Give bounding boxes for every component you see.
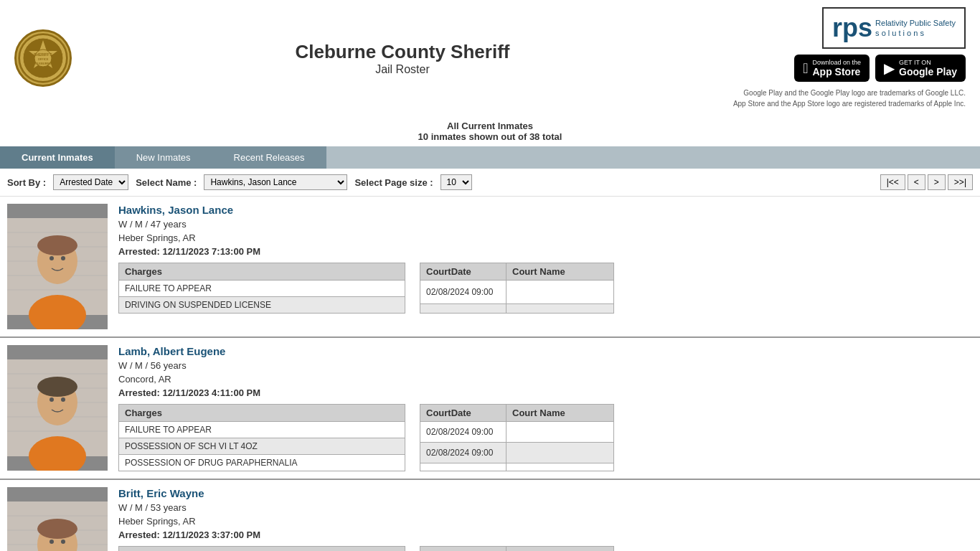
rps-logo: rps Relativity Public Safety s o l u t i… — [822, 7, 966, 49]
apple-icon:  — [803, 60, 808, 77]
page-size-select[interactable]: 10 — [440, 174, 472, 190]
select-name-label: Select Name : — [136, 177, 197, 188]
tab-recent-releases[interactable]: Recent Releases — [212, 146, 326, 169]
inmate-record-britt: Britt, Eric WayneW / M / 53 yearsHeber S… — [0, 480, 980, 551]
name-select[interactable]: Hawkins, Jason Lance — [204, 174, 347, 190]
nav-tabs: Current Inmates New Inmates Recent Relea… — [0, 146, 980, 169]
svg-text:OFFICE: OFFICE — [38, 57, 49, 61]
tab-current-inmates[interactable]: Current Inmates — [0, 146, 115, 169]
inmate-record-hawkins: Hawkins, Jason LanceW / M / 47 yearsHebe… — [0, 197, 980, 338]
inmate-name-hawkins[interactable]: Hawkins, Jason Lance — [118, 204, 973, 216]
inmate-demographics-lamb: W / M / 56 years — [118, 360, 973, 371]
tab-new-inmates[interactable]: New Inmates — [115, 146, 212, 169]
court-name-header: Court Name — [507, 263, 614, 281]
app-store-button[interactable]:  Download on the App Store — [794, 55, 870, 82]
inmate-name-lamb[interactable]: Lamb, Albert Eugene — [118, 345, 973, 357]
court-date-header: CourtDate — [420, 263, 507, 281]
charge-row: POSSESSION OF SCH VI LT 4OZ — [119, 438, 405, 455]
court-date-cell — [420, 304, 507, 314]
next-page-button[interactable]: > — [928, 174, 946, 190]
svg-point-32 — [61, 397, 65, 402]
inmate-location-hawkins: Heber Springs, AR — [118, 232, 973, 243]
inmate-arrested-lamb: Arrested: 12/11/2023 4:11:00 PM — [118, 387, 973, 398]
inmate-location-lamb: Concord, AR — [118, 374, 973, 385]
court-row: 02/08/2024 09:00 — [420, 422, 614, 443]
charges-section-hawkins: ChargesFAILURE TO APPEARDRIVING ON SUSPE… — [118, 263, 973, 314]
sort-by-select[interactable]: Arrested Date — [53, 174, 128, 190]
charge-text: DRIVING ON SUSPENDED LICENSE — [119, 297, 405, 314]
svg-point-19 — [61, 256, 65, 260]
prev-page-button[interactable]: < — [908, 174, 925, 190]
rps-initials: rps — [832, 13, 872, 43]
charge-text: FAILURE TO APPEAR — [119, 281, 405, 297]
svg-text:SHERIFF'S: SHERIFF'S — [34, 52, 53, 57]
svg-point-18 — [50, 256, 54, 260]
charges-table-britt: ChargesFAILURE TO APPEAR — [118, 546, 405, 551]
inmate-demographics-hawkins: W / M / 47 years — [118, 219, 973, 230]
inmate-info-britt: Britt, Eric WayneW / M / 53 yearsHeber S… — [118, 487, 973, 551]
charge-row: FAILURE TO APPEAR — [119, 422, 405, 438]
court-row: 02/08/2024 09:00 — [420, 442, 614, 463]
page-header: SHERIFF'S OFFICE CLEBURNE Cleburne Count… — [0, 0, 980, 116]
svg-rect-8 — [7, 204, 108, 218]
svg-rect-21 — [7, 345, 108, 359]
header-right: rps Relativity Public Safety s o l u t i… — [733, 7, 966, 109]
charge-row: DRIVING ON SUSPENDED LICENSE — [119, 297, 405, 314]
inmate-count-header: All Current Inmates 10 inmates shown out… — [0, 116, 980, 146]
controls-bar: Sort By : Arrested Date Select Name : Ha… — [0, 169, 980, 197]
charge-text: POSSESSION OF SCH VI LT 4OZ — [119, 438, 405, 455]
inmate-info-hawkins: Hawkins, Jason LanceW / M / 47 yearsHebe… — [118, 204, 973, 314]
charges-section-britt: ChargesFAILURE TO APPEAR CourtDate Court… — [118, 546, 973, 551]
inmate-list: Hawkins, Jason LanceW / M / 47 yearsHebe… — [0, 197, 980, 551]
charge-text: POSSESSION OF DRUG PARAPHERNALIA — [119, 455, 405, 471]
charges-header: Charges — [119, 405, 405, 422]
svg-text:CLEBURNE: CLEBURNE — [35, 62, 52, 65]
inmate-photo-hawkins — [7, 204, 108, 329]
court-name-cell — [507, 442, 614, 463]
inmate-photo-lamb — [7, 345, 108, 471]
court-date-cell — [420, 463, 507, 471]
court-date-header: CourtDate — [420, 547, 507, 552]
court-table-britt: CourtDate Court Name 02/08/2024 09:00 — [420, 546, 614, 551]
sort-by-label: Sort By : — [7, 177, 46, 188]
inmate-record-lamb: Lamb, Albert EugeneW / M / 56 yearsConco… — [0, 338, 980, 480]
charges-section-lamb: ChargesFAILURE TO APPEARPOSSESSION OF SC… — [118, 404, 973, 471]
svg-point-45 — [61, 540, 65, 544]
svg-point-30 — [37, 377, 77, 397]
charges-header: Charges — [119, 263, 405, 281]
inmate-arrested-hawkins: Arrested: 12/11/2023 7:13:00 PM — [118, 246, 973, 257]
first-page-button[interactable]: |<< — [880, 174, 905, 190]
svg-point-43 — [37, 519, 77, 539]
rps-description: Relativity Public Safety s o l u t i o n… — [875, 18, 956, 39]
court-date-header: CourtDate — [420, 405, 507, 422]
page-subtitle: Jail Roster — [295, 63, 509, 76]
svg-rect-34 — [7, 487, 108, 501]
court-name-cell — [507, 304, 614, 314]
app-store-text: Download on the App Store — [813, 59, 862, 77]
badge-inner: SHERIFF'S OFFICE CLEBURNE — [18, 33, 68, 83]
last-page-button[interactable]: >>| — [948, 174, 973, 190]
header-title-block: Cleburne County Sheriff Jail Roster — [295, 41, 509, 76]
charge-row: FAILURE TO APPEAR — [119, 281, 405, 297]
charge-row: POSSESSION OF DRUG PARAPHERNALIA — [119, 455, 405, 471]
inmate-location-britt: Heber Springs, AR — [118, 516, 973, 527]
charges-table-hawkins: ChargesFAILURE TO APPEARDRIVING ON SUSPE… — [118, 263, 405, 314]
charges-header: Charges — [119, 547, 405, 552]
svg-point-17 — [37, 235, 77, 255]
inmate-photo-britt — [7, 487, 108, 551]
charge-text: FAILURE TO APPEAR — [119, 422, 405, 438]
app-buttons:  Download on the App Store ▶ GET IT ON … — [794, 55, 966, 82]
court-row: 02/08/2024 09:00 — [420, 281, 614, 304]
google-play-icon: ▶ — [884, 60, 895, 77]
court-date-cell: 02/08/2024 09:00 — [420, 422, 507, 443]
court-name-cell — [507, 422, 614, 443]
inmate-arrested-britt: Arrested: 12/11/2023 3:37:00 PM — [118, 529, 973, 540]
court-name-cell — [507, 463, 614, 471]
google-play-button[interactable]: ▶ GET IT ON Google Play — [875, 55, 966, 82]
court-row — [420, 463, 614, 471]
court-name-header: Court Name — [507, 405, 614, 422]
charges-table-lamb: ChargesFAILURE TO APPEARPOSSESSION OF SC… — [118, 404, 405, 471]
page-title: Cleburne County Sheriff — [295, 41, 509, 63]
inmate-demographics-britt: W / M / 53 years — [118, 502, 973, 513]
inmate-name-britt[interactable]: Britt, Eric Wayne — [118, 487, 973, 499]
